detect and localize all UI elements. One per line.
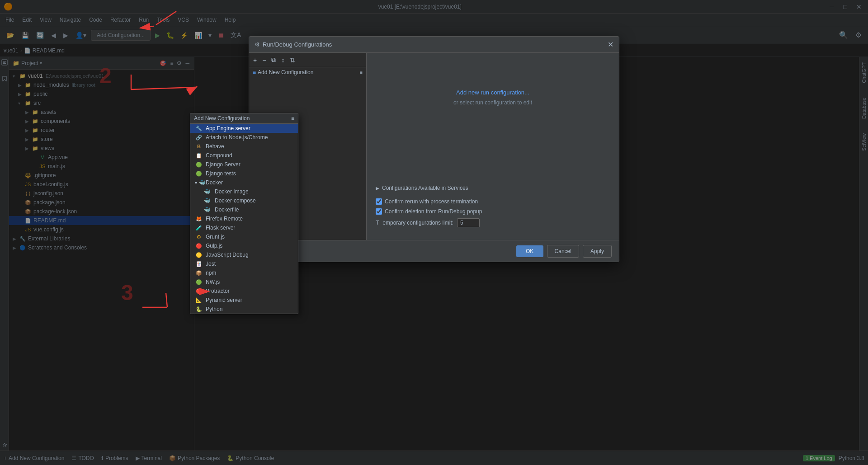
django-server-icon: 🟢	[195, 161, 203, 168]
config-item-behave[interactable]: B Behave	[190, 142, 298, 151]
config-item-django-tests-label: Django tests	[206, 170, 236, 177]
temp-limit-label: T	[376, 220, 379, 226]
config-add-new-section[interactable]: ≡ Add New Configuration ≡	[249, 67, 366, 77]
config-item-npm[interactable]: 📦 npm	[190, 268, 298, 277]
confirm-deletion-row: Confirm deletion from Run/Debug popup	[376, 208, 610, 215]
add-new-expand-icon: ≡	[360, 70, 363, 75]
flask-icon: 🧪	[195, 225, 203, 231]
grunt-icon: ⚙	[195, 234, 203, 240]
config-item-docker-compose[interactable]: 🐳 Docker-compose	[190, 196, 298, 205]
dialog-options: ▶ Configurations Available in Services C…	[376, 181, 610, 231]
firefox-icon: 🦊	[195, 216, 203, 222]
docker-icon: 🐳	[199, 179, 206, 186]
confirm-rerun-row: Confirm rerun with process termination	[376, 198, 610, 205]
add-run-config-link[interactable]: Add new run configuration...	[456, 89, 529, 96]
config-group-docker[interactable]: ▾ 🐳 Docker	[190, 178, 298, 187]
configs-available-label: Configurations Available in Services	[382, 185, 468, 191]
config-item-pyramid[interactable]: 📐 Pyramid server	[190, 296, 298, 305]
dockerfile-icon: 🐳	[204, 207, 212, 213]
config-dropdown-header: Add New Configuration ≡	[190, 113, 298, 124]
temp-limit-text: emporary configurations limit:	[382, 220, 453, 226]
config-item-python-label: Python	[206, 306, 222, 312]
dialog-footer: OK Cancel Apply	[249, 240, 619, 262]
dialog-sort-button[interactable]: ⇅	[288, 55, 297, 65]
config-item-attach-node[interactable]: 🔗 Attach to Node.js/Chrome	[190, 133, 298, 142]
run-debug-dialog: ⚙ Run/Debug Configurations ✕ + − ⧉ ↕ ⇅ ≡	[249, 36, 619, 262]
config-item-firefox[interactable]: 🦊 Firefox Remote	[190, 214, 298, 223]
config-item-flask-label: Flask server	[206, 225, 235, 231]
temp-limit-input[interactable]	[457, 218, 480, 227]
config-item-dockerfile[interactable]: 🐳 Dockerfile	[190, 205, 298, 214]
config-group-docker-label: Docker	[206, 179, 223, 186]
dialog-left-toolbar: + − ⧉ ↕ ⇅	[249, 53, 366, 67]
behave-icon: B	[195, 143, 203, 150]
config-item-django-server-label: Django Server	[206, 161, 241, 168]
config-item-gulp[interactable]: 🔴 Gulp.js	[190, 241, 298, 250]
config-item-django-tests[interactable]: 🟢 Django tests	[190, 169, 298, 178]
dialog-title-bar: ⚙ Run/Debug Configurations ✕	[249, 37, 619, 53]
dialog-add-button[interactable]: +	[251, 55, 259, 65]
config-item-jest-label: Jest	[206, 261, 216, 267]
dialog-close-button[interactable]: ✕	[608, 40, 613, 49]
jest-icon: 🃏	[195, 261, 203, 267]
python-icon: 🐍	[195, 306, 203, 312]
pyramid-icon: 📐	[195, 297, 203, 303]
django-tests-icon: 🟢	[195, 170, 203, 177]
protractor-icon: 🔴	[195, 288, 203, 294]
confirm-deletion-checkbox-label[interactable]: Confirm deletion from Run/Debug popup	[376, 208, 482, 215]
config-item-grunt[interactable]: ⚙ Grunt.js	[190, 232, 298, 241]
compound-icon: 📋	[195, 152, 203, 159]
config-item-compound[interactable]: 📋 Compound	[190, 151, 298, 160]
docker-image-icon: 🐳	[204, 188, 212, 195]
dialog-title-icon: ⚙	[255, 41, 260, 48]
config-item-gulp-label: Gulp.js	[206, 243, 222, 249]
dialog-body: + − ⧉ ↕ ⇅ ≡ Add New Configuration ≡	[249, 53, 619, 240]
config-item-compound-label: Compound	[206, 152, 232, 159]
configs-available-arrow: ▶	[376, 186, 379, 191]
config-item-flask[interactable]: 🧪 Flask server	[190, 223, 298, 232]
config-item-docker-image-label: Docker Image	[215, 188, 249, 195]
cancel-button[interactable]: Cancel	[547, 245, 579, 258]
confirm-deletion-label: Confirm deletion from Run/Debug popup	[385, 208, 482, 215]
config-item-jest[interactable]: 🃏 Jest	[190, 259, 298, 268]
config-item-dockerfile-label: Dockerfile	[215, 207, 239, 213]
config-item-app-engine[interactable]: 🔧 App Engine server	[190, 124, 298, 133]
ok-button[interactable]: OK	[516, 245, 543, 257]
config-item-pyramid-label: Pyramid server	[206, 297, 242, 303]
docker-compose-icon: 🐳	[204, 197, 212, 204]
config-type-dropdown[interactable]: Add New Configuration ≡ 🔧 App Engine ser…	[190, 113, 298, 314]
config-item-npm-label: npm	[206, 270, 216, 276]
attach-node-icon: 🔗	[195, 134, 203, 141]
modal-overlay: ⚙ Run/Debug Configurations ✕ + − ⧉ ↕ ⇅ ≡	[0, 0, 868, 465]
dialog-right-pane: Add new run configuration... or select r…	[367, 53, 619, 240]
config-item-protractor-label: Protractor	[206, 288, 230, 294]
dialog-title-label: Run/Debug Configurations	[263, 41, 332, 48]
config-item-django-server[interactable]: 🟢 Django Server	[190, 160, 298, 169]
confirm-rerun-checkbox-label[interactable]: Confirm rerun with process termination	[376, 198, 478, 205]
confirm-rerun-checkbox[interactable]	[376, 198, 382, 205]
js-debug-icon: 🟡	[195, 252, 203, 258]
config-item-nwjs-label: NW.js	[206, 279, 220, 285]
config-item-firefox-label: Firefox Remote	[206, 216, 243, 222]
configs-available-row[interactable]: ▶ Configurations Available in Services	[376, 185, 610, 191]
dialog-move-button[interactable]: ↕	[279, 55, 287, 65]
dialog-remove-button[interactable]: −	[260, 55, 268, 65]
config-item-js-debug[interactable]: 🟡 JavaScript Debug	[190, 250, 298, 259]
apply-button[interactable]: Apply	[583, 245, 612, 258]
options-section: Confirm rerun with process termination C…	[376, 198, 610, 227]
add-new-dropdown-icon: ≡	[253, 69, 256, 75]
config-item-nwjs[interactable]: 🟢 NW.js	[190, 277, 298, 287]
nwjs-icon: 🟢	[195, 279, 203, 285]
dialog-copy-button[interactable]: ⧉	[269, 55, 278, 65]
dialog-select-hint: or select run configuration to edit	[453, 99, 532, 106]
docker-group-arrow: ▾	[195, 180, 197, 185]
config-item-behave-label: Behave	[206, 143, 224, 150]
config-item-protractor[interactable]: 🔴 Protractor	[190, 287, 298, 296]
config-item-python[interactable]: 🐍 Python	[190, 305, 298, 314]
confirm-deletion-checkbox[interactable]	[376, 208, 382, 215]
config-item-grunt-label: Grunt.js	[206, 234, 225, 240]
config-item-docker-compose-label: Docker-compose	[215, 197, 256, 204]
confirm-rerun-label: Confirm rerun with process termination	[385, 198, 478, 205]
config-item-docker-image[interactable]: 🐳 Docker Image	[190, 187, 298, 196]
config-dropdown-expand-icon: ≡	[291, 115, 294, 122]
